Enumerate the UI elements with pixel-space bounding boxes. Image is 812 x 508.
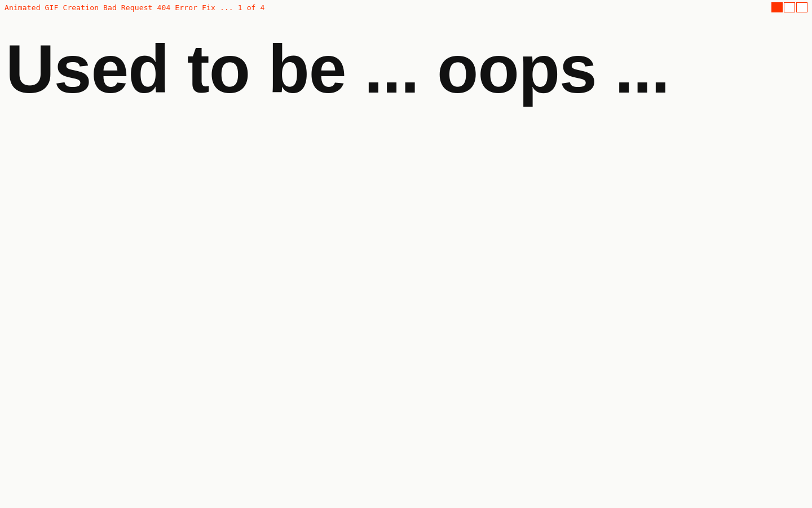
progress-block-3 [796, 2, 807, 12]
main-heading: Used to be ... oops ... [6, 32, 806, 106]
main-content: Used to be ... oops ... [0, 15, 812, 112]
progress-indicator [771, 2, 807, 12]
page-title: Animated GIF Creation Bad Request 404 Er… [5, 3, 265, 12]
progress-block-1 [771, 2, 783, 12]
top-bar: Animated GIF Creation Bad Request 404 Er… [0, 0, 812, 15]
progress-block-2 [784, 2, 795, 12]
